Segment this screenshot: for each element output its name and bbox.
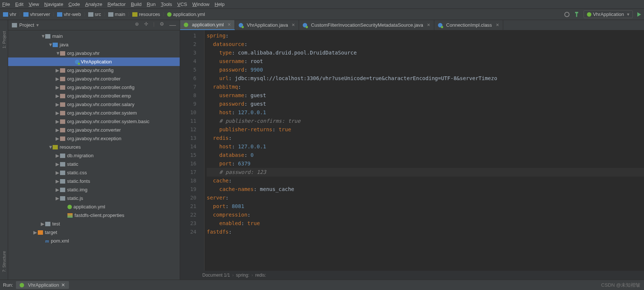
project-header: Project ▾ ⊕ ✢ | ⚙ —: [8, 20, 180, 30]
tree-item-org-javaboy-vhr-controller-emp[interactable]: ▶org.javaboy.vhr.controller.emp: [8, 92, 180, 100]
menu-window[interactable]: Window: [192, 1, 209, 7]
gear-icon[interactable]: ⚙: [160, 21, 164, 29]
bottom-tool-bar: Run: VhrApplication ✕: [0, 280, 644, 290]
tree-item-org-javaboy-vhr-config[interactable]: ▶org.javaboy.vhr.config: [8, 66, 180, 75]
tree-item-VhrApplication[interactable]: VhrApplication: [8, 57, 180, 66]
project-tool-window: Project ▾ ⊕ ✢ | ⚙ — ▼main▼java▼org.javab…: [8, 20, 180, 280]
target-icon[interactable]: [564, 12, 570, 17]
tree-item-org-javaboy-vhr-controller-system[interactable]: ▶org.javaboy.vhr.controller.system: [8, 109, 180, 117]
tree-item-org-javaboy-vhr-controller-salary[interactable]: ▶org.javaboy.vhr.controller.salary: [8, 100, 180, 109]
menu-refactor[interactable]: Refactor: [107, 1, 126, 7]
tree-item-db-migration[interactable]: ▶db.migration: [8, 151, 180, 160]
run-configuration-selector[interactable]: VhrApplication ▾: [584, 10, 633, 18]
tree-item-static[interactable]: ▶static: [8, 160, 180, 168]
tree-item-static-css[interactable]: ▶static.css: [8, 168, 180, 177]
editor-tab-application.yml[interactable]: application.yml✕: [180, 20, 235, 30]
hammer-icon[interactable]: [574, 12, 579, 17]
left-tool-window-bar: 1: Project 7: Structure: [0, 20, 8, 280]
tree-item-resources[interactable]: ▼resources: [8, 143, 180, 151]
menu-edit[interactable]: Edit: [15, 1, 23, 7]
breadcrumb-main[interactable]: main: [108, 11, 125, 17]
close-icon[interactable]: ✕: [292, 23, 295, 27]
tree-item-fastdfs-client-properties[interactable]: fastdfs-client.properties: [8, 211, 180, 220]
navigation-bar: vhr〉vhrserver〉vhr-web〉src〉main〉resources…: [0, 9, 644, 20]
tree-item-org-javaboy-vhr-controller[interactable]: ▶org.javaboy.vhr.controller: [8, 75, 180, 83]
menu-tools[interactable]: Tools: [161, 1, 172, 7]
crumb-redis[interactable]: redis:: [255, 273, 266, 278]
breadcrumb-vhrserver[interactable]: vhrserver: [23, 11, 50, 17]
breadcrumb-vhr[interactable]: vhr: [3, 11, 16, 17]
tree-item-main[interactable]: ▼main: [8, 32, 180, 40]
expand-icon[interactable]: ✢: [144, 21, 148, 29]
structure-tool-tab[interactable]: 7: Structure: [2, 251, 6, 272]
tree-item-application-yml[interactable]: application.yml: [8, 202, 180, 211]
tree-item-static-js[interactable]: ▶static.js: [8, 194, 180, 202]
menu-bar: FileEditViewNavigateCodeAnalyzeRefactorB…: [0, 0, 644, 9]
editor-tab-ConnectionImpl.class[interactable]: ConnectionImpl.class✕: [434, 20, 503, 30]
crumb-doc: Document 1/1: [202, 273, 230, 278]
tree-item-java[interactable]: ▼java: [8, 40, 180, 49]
code-editor[interactable]: 123456789101112131415161718192021222324 …: [180, 30, 644, 271]
divider: |: [153, 21, 155, 29]
project-title: Project: [19, 22, 34, 28]
hide-icon[interactable]: —: [169, 21, 176, 29]
run-tab[interactable]: VhrApplication ✕: [16, 281, 69, 289]
menu-vcs[interactable]: VCS: [177, 1, 187, 7]
tree-item-pom-xml[interactable]: mpom.xml: [8, 237, 180, 245]
menu-analyze[interactable]: Analyze: [85, 1, 102, 7]
locate-icon[interactable]: ⊕: [135, 21, 139, 29]
spring-icon: [587, 12, 591, 17]
watermark: CSDN @未知褶皱: [601, 282, 640, 289]
menu-navigate[interactable]: Navigate: [44, 1, 63, 7]
fold-gutter[interactable]: [199, 30, 205, 271]
close-icon[interactable]: ✕: [61, 282, 65, 288]
tree-item-org-javaboy-vhr-controller-system-basic[interactable]: ▶org.javaboy.vhr.controller.system.basic: [8, 117, 180, 126]
menu-run[interactable]: Run: [147, 1, 156, 7]
tree-item-test[interactable]: ▶test: [8, 220, 180, 228]
close-icon[interactable]: ✕: [496, 23, 499, 27]
close-icon[interactable]: ✕: [228, 22, 231, 27]
editor-tab-CustomFilterInvocationSecurityMetadataSource.java[interactable]: CustomFilterInvocationSecurityMetadataSo…: [299, 20, 434, 30]
menu-view[interactable]: View: [29, 1, 39, 7]
spring-icon: [20, 283, 24, 287]
run-config-label: VhrApplication: [593, 11, 624, 17]
run-label[interactable]: Run:: [3, 282, 13, 288]
tree-item-org-javaboy-vhr-controller-config[interactable]: ▶org.javaboy.vhr.controller.config: [8, 83, 180, 92]
tree-item-static-fonts[interactable]: ▶static.fonts: [8, 177, 180, 185]
run-tab-label: VhrApplication: [28, 282, 59, 288]
editor-tab-VhrApplication.java[interactable]: VhrApplication.java✕: [235, 20, 299, 30]
tree-item-static-img[interactable]: ▶static.img: [8, 185, 180, 194]
line-number-gutter: 123456789101112131415161718192021222324: [180, 30, 199, 271]
code-content[interactable]: spring: datasource: type: com.alibaba.dr…: [205, 30, 644, 271]
breadcrumb-src[interactable]: src: [88, 11, 101, 17]
menu-code[interactable]: Code: [69, 1, 80, 7]
close-icon[interactable]: ✕: [427, 23, 430, 27]
tree-item-target[interactable]: ▶target: [8, 228, 180, 237]
breadcrumb-application.yml[interactable]: application.yml: [167, 11, 205, 17]
menu-help[interactable]: Help: [215, 1, 225, 7]
tree-item-org-javaboy-vhr-exception[interactable]: ▶org.javaboy.vhr.exception: [8, 134, 180, 143]
project-icon: [12, 23, 17, 27]
tree-item-org-javaboy-vhr[interactable]: ▼org.javaboy.vhr: [8, 49, 180, 57]
project-tree[interactable]: ▼main▼java▼org.javaboy.vhrVhrApplication…: [8, 30, 180, 280]
crumb-spring[interactable]: spring:: [236, 273, 249, 278]
menu-build[interactable]: Build: [131, 1, 142, 7]
menu-file[interactable]: File: [2, 1, 10, 7]
editor-breadcrumb-bar[interactable]: Document 1/1› spring:› redis:: [180, 271, 644, 280]
editor-tabs: application.yml✕VhrApplication.java✕Cust…: [180, 20, 644, 30]
tree-item-org-javaboy-vhr-converter[interactable]: ▶org.javaboy.vhr.converter: [8, 126, 180, 134]
chevron-down-icon[interactable]: ▾: [36, 22, 39, 28]
project-tool-tab[interactable]: 1: Project: [2, 31, 6, 48]
chevron-down-icon: ▾: [627, 11, 630, 17]
breadcrumb-vhr-web[interactable]: vhr-web: [57, 11, 81, 17]
breadcrumb-resources[interactable]: resources: [132, 11, 160, 17]
editor-area: application.yml✕VhrApplication.java✕Cust…: [180, 20, 644, 280]
run-button[interactable]: [637, 12, 641, 17]
